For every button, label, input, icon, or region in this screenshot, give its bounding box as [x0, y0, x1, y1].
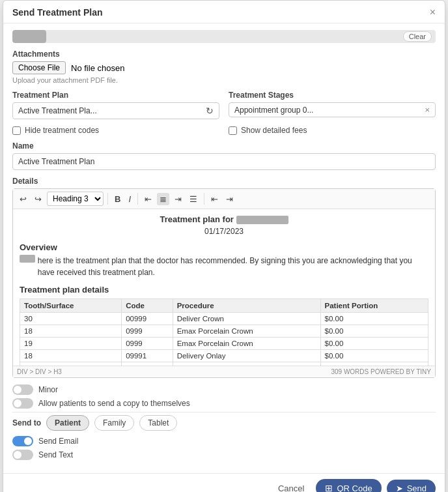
treatment-row: Treatment Plan Active Treatment Pla... ↻…: [12, 91, 436, 119]
send-tab-patient[interactable]: Patient: [46, 415, 89, 431]
send-icon: ➤: [396, 484, 403, 493]
align-center-button[interactable]: ≣: [157, 193, 169, 205]
editor-footer: DIV > DIV > H3 309 WORDS POWERED BY TINY: [13, 366, 435, 377]
modal-footer: Cancel ⊞ QR Code ➤ Send: [3, 473, 445, 492]
send-label: Send: [407, 484, 427, 493]
treatment-plan-label: Treatment Plan: [12, 91, 219, 100]
qr-code-label: QR Code: [337, 484, 372, 493]
send-to-label: Send to: [12, 418, 41, 427]
table-section: Treatment plan details Tooth/Surface Cod…: [20, 285, 428, 366]
toolbar-separator-3: [204, 193, 204, 205]
editor-toolbar: ↩ ↪ Heading 3 Heading 1 Heading 2 Paragr…: [13, 189, 435, 209]
justify-button[interactable]: ☰: [187, 193, 200, 205]
overview-heading: Overview: [20, 242, 428, 252]
hide-treatment-codes-checkbox[interactable]: [12, 126, 21, 135]
table-body: 3000999Deliver Crown$0.00180999Emax Porc…: [20, 313, 428, 366]
send-button[interactable]: ➤ Send: [387, 480, 436, 493]
no-file-label: No file chosen: [71, 63, 124, 73]
treatment-stages-value: Appointment group 0...: [234, 106, 422, 115]
table-row: 1909991Delivery Onlay$0.00: [20, 362, 428, 366]
table-row: 190999Emax Porcelain Crown$0.00: [20, 338, 428, 350]
undo-button[interactable]: ↩: [17, 193, 29, 205]
allow-patients-toggle[interactable]: [12, 398, 33, 409]
treatment-stages-close-icon[interactable]: ×: [425, 105, 430, 115]
overview-section: Overview here is the treatment plan that…: [20, 242, 428, 278]
treatment-plan-value: Active Treatment Pla...: [18, 106, 202, 115]
redacted-name: [236, 216, 288, 224]
editor-word-count: 309 WORDS POWERED BY TINY: [331, 368, 431, 375]
details-label: Details: [12, 177, 436, 186]
checkboxes-row: Hide treatment codes Show detailed fees: [12, 126, 436, 135]
treatment-table: Tooth/Surface Code Procedure Patient Por…: [20, 298, 428, 366]
col-tooth: Tooth/Surface: [20, 299, 122, 313]
treatment-plan-field: Treatment Plan Active Treatment Pla... ↻: [12, 91, 219, 119]
modal-body: Clear Attachments Choose File No file ch…: [3, 23, 445, 473]
treatment-stages-tag-container: Appointment group 0... ×: [229, 102, 436, 117]
minor-label: Minor: [38, 385, 58, 394]
hide-treatment-codes-label: Hide treatment codes: [25, 126, 99, 135]
attachments-section: Attachments Choose File No file chosen U…: [12, 50, 436, 84]
send-text-toggle[interactable]: [12, 450, 33, 460]
align-left-button[interactable]: ⇤: [142, 193, 154, 205]
hide-treatment-codes-row: Hide treatment codes: [12, 126, 219, 135]
toolbar-separator-2: [137, 193, 138, 205]
treatment-plan-select-container[interactable]: Active Treatment Pla... ↻: [12, 102, 219, 119]
send-treatment-plan-modal: Send Treatment Plan × Clear Attachments …: [3, 0, 445, 492]
col-code: Code: [122, 299, 173, 313]
send-email-toggle[interactable]: [12, 436, 33, 446]
name-label: Name: [12, 141, 436, 151]
file-row: Choose File No file chosen: [12, 61, 436, 74]
divider: [12, 412, 436, 412]
progress-bar-container: Clear: [12, 30, 436, 43]
treatment-stages-label: Treatment Stages: [229, 91, 436, 100]
qr-icon: ⊞: [325, 483, 333, 492]
show-detailed-fees-label: Show detailed fees: [241, 126, 307, 135]
send-tab-tablet[interactable]: Tablet: [139, 415, 177, 431]
minor-toggle[interactable]: [12, 384, 33, 395]
table-heading: Treatment plan details: [20, 285, 428, 295]
send-tab-family[interactable]: Family: [94, 415, 134, 431]
table-row: 3000999Deliver Crown$0.00: [20, 313, 428, 325]
send-email-row: Send Email: [12, 436, 436, 446]
redacted-prefix: [20, 255, 35, 263]
send-to-row: Send to Patient Family Tablet: [12, 415, 436, 431]
modal-header: Send Treatment Plan ×: [3, 1, 445, 23]
allow-patients-label: Allow patients to send a copy to themsel…: [38, 399, 190, 408]
close-button[interactable]: ×: [430, 7, 436, 18]
italic-button[interactable]: I: [126, 193, 133, 205]
refresh-icon[interactable]: ↻: [206, 106, 214, 116]
send-text-label: Send Text: [38, 450, 73, 459]
send-text-row: Send Text: [12, 450, 436, 460]
toolbar-separator-1: [107, 193, 108, 205]
qr-code-button[interactable]: ⊞ QR Code: [316, 479, 381, 492]
cancel-button[interactable]: Cancel: [272, 480, 311, 493]
redo-button[interactable]: ↪: [32, 193, 44, 205]
table-row: 180999Emax Porcelain Crown$0.00: [20, 325, 428, 338]
table-row: 1809991Delivery Onlay$0.00: [20, 350, 428, 362]
editor-title: Treatment plan for: [20, 214, 428, 224]
file-hint: Upload your attachment PDF file.: [12, 76, 436, 84]
editor-path: DIV > DIV > H3: [17, 368, 62, 375]
indent-button[interactable]: ⇥: [223, 193, 236, 205]
overview-text: here is the treatment plan that the doct…: [20, 255, 428, 278]
clear-button[interactable]: Clear: [403, 31, 432, 42]
heading-select[interactable]: Heading 3 Heading 1 Heading 2 Paragraph: [47, 192, 104, 206]
attachments-label: Attachments: [12, 50, 436, 59]
outdent-button[interactable]: ⇤: [208, 193, 221, 205]
show-detailed-fees-checkbox[interactable]: [229, 126, 237, 135]
show-detailed-fees-row: Show detailed fees: [229, 126, 436, 135]
editor-date: 01/17/2023: [20, 227, 428, 236]
name-input[interactable]: [12, 153, 436, 170]
editor-content[interactable]: Treatment plan for 01/17/2023 Overview h…: [13, 209, 435, 366]
table-header-row: Tooth/Surface Code Procedure Patient Por…: [20, 299, 428, 313]
treatment-stages-field: Treatment Stages Appointment group 0... …: [229, 91, 436, 119]
choose-file-button[interactable]: Choose File: [12, 61, 66, 74]
align-right-button[interactable]: ⇥: [172, 193, 184, 205]
progress-row: Clear: [12, 30, 436, 43]
col-procedure: Procedure: [173, 299, 320, 313]
send-email-label: Send Email: [38, 437, 78, 446]
bold-button[interactable]: B: [112, 193, 123, 205]
editor-container: ↩ ↪ Heading 3 Heading 1 Heading 2 Paragr…: [12, 188, 436, 378]
col-patient-portion: Patient Portion: [320, 299, 428, 313]
minor-row: Minor: [12, 384, 436, 395]
